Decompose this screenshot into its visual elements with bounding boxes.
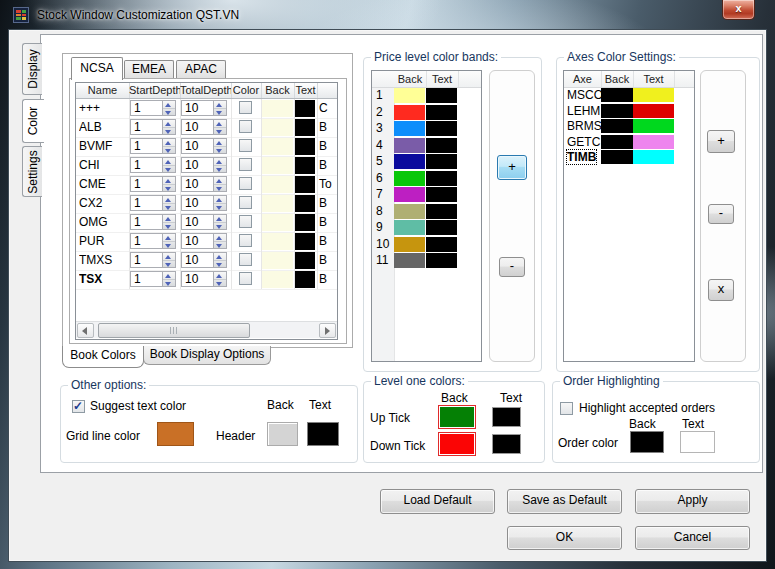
spinner-down-icon[interactable]: [163, 166, 175, 173]
up-tick-back-swatch[interactable]: [438, 405, 476, 429]
row-color-checkbox[interactable]: [239, 158, 252, 171]
axe-name-cell[interactable]: GETC: [567, 135, 600, 149]
row-text-swatch[interactable]: [295, 119, 315, 136]
price-band-back-swatch[interactable]: [394, 121, 425, 136]
table-row[interactable]: CME110To: [76, 175, 337, 195]
spinner-value[interactable]: 1: [131, 139, 162, 153]
price-band-back-swatch[interactable]: [394, 253, 425, 268]
spinner-buttons[interactable]: [162, 215, 175, 229]
price-band-back-swatch[interactable]: [394, 220, 425, 235]
start-depth-spinner[interactable]: 1: [130, 271, 176, 287]
row-back-swatch[interactable]: [262, 176, 293, 193]
spinner-value[interactable]: 10: [182, 253, 213, 267]
row-color-checkbox[interactable]: [239, 120, 252, 133]
table-row[interactable]: PUR110B: [76, 232, 337, 252]
column-header-color[interactable]: Color: [231, 83, 262, 98]
spinner-value[interactable]: 1: [131, 101, 162, 115]
spinner-down-icon[interactable]: [163, 223, 175, 230]
row-text-swatch[interactable]: [295, 214, 315, 231]
ok-button[interactable]: OK: [507, 526, 622, 550]
price-band-text-swatch[interactable]: [426, 138, 457, 153]
spinner-buttons[interactable]: [162, 196, 175, 210]
table-row[interactable]: TMXS110B: [76, 251, 337, 271]
start-depth-spinner[interactable]: 1: [130, 138, 176, 154]
spinner-up-icon[interactable]: [163, 215, 175, 223]
axes-add-button[interactable]: +: [707, 130, 735, 153]
total-depth-spinner[interactable]: 10: [181, 271, 227, 287]
spinner-value[interactable]: 10: [182, 215, 213, 229]
spinner-buttons[interactable]: [162, 253, 175, 267]
spinner-down-icon[interactable]: [214, 109, 226, 116]
spinner-value[interactable]: 1: [131, 196, 162, 210]
row-back-swatch[interactable]: [262, 252, 293, 269]
horizontal-scrollbar[interactable]: [76, 321, 337, 338]
total-depth-spinner[interactable]: 10: [181, 119, 227, 135]
spinner-buttons[interactable]: [213, 139, 226, 153]
table-row[interactable]: CHI110B: [76, 156, 337, 176]
spinner-value[interactable]: 1: [131, 215, 162, 229]
spinner-up-icon[interactable]: [163, 158, 175, 166]
order-back-swatch[interactable]: [630, 431, 664, 453]
spinner-value[interactable]: 1: [131, 253, 162, 267]
spinner-buttons[interactable]: [213, 196, 226, 210]
spinner-buttons[interactable]: [213, 253, 226, 267]
spinner-up-icon[interactable]: [214, 196, 226, 204]
price-band-remove-button[interactable]: -: [499, 257, 525, 277]
row-color-checkbox[interactable]: [239, 215, 252, 228]
column-header-text[interactable]: Text: [294, 83, 318, 98]
row-back-swatch[interactable]: [262, 157, 293, 174]
spinner-up-icon[interactable]: [163, 139, 175, 147]
spinner-up-icon[interactable]: [214, 101, 226, 109]
spinner-buttons[interactable]: [213, 120, 226, 134]
axe-text-swatch[interactable]: [633, 135, 674, 149]
spinner-value[interactable]: 10: [182, 234, 213, 248]
spinner-up-icon[interactable]: [163, 253, 175, 261]
start-depth-spinner[interactable]: 1: [130, 195, 176, 211]
spinner-buttons[interactable]: [162, 101, 175, 115]
row-text-swatch[interactable]: [295, 138, 315, 155]
axes-remove-button[interactable]: -: [708, 204, 734, 224]
close-button[interactable]: x: [722, 0, 755, 20]
spinner-buttons[interactable]: [162, 234, 175, 248]
spinner-up-icon[interactable]: [214, 177, 226, 185]
column-header-name[interactable]: Name: [76, 83, 130, 98]
spinner-value[interactable]: 1: [131, 272, 162, 286]
row-text-swatch[interactable]: [295, 252, 315, 269]
spinner-down-icon[interactable]: [163, 185, 175, 192]
row-back-swatch[interactable]: [262, 195, 293, 212]
spinner-up-icon[interactable]: [214, 139, 226, 147]
spinner-buttons[interactable]: [213, 101, 226, 115]
axe-back-swatch[interactable]: [601, 104, 633, 118]
axe-back-swatch[interactable]: [601, 88, 633, 102]
spinner-value[interactable]: 10: [182, 158, 213, 172]
spinner-up-icon[interactable]: [214, 158, 226, 166]
apply-button[interactable]: Apply: [635, 489, 750, 514]
spinner-value[interactable]: 1: [131, 120, 162, 134]
spinner-down-icon[interactable]: [163, 109, 175, 116]
spinner-up-icon[interactable]: [214, 234, 226, 242]
spinner-up-icon[interactable]: [214, 272, 226, 280]
price-band-back-swatch[interactable]: [394, 237, 425, 252]
spinner-down-icon[interactable]: [163, 242, 175, 249]
spinner-buttons[interactable]: [162, 158, 175, 172]
row-text-swatch[interactable]: [295, 100, 315, 117]
spinner-buttons[interactable]: [162, 139, 175, 153]
table-row[interactable]: TSX110B: [76, 270, 337, 290]
spinner-down-icon[interactable]: [163, 147, 175, 154]
row-back-swatch[interactable]: [262, 100, 293, 117]
table-row[interactable]: CX2110B: [76, 194, 337, 214]
book-colors-table[interactable]: Name StartDepth TotalDepth Color Back Te…: [75, 82, 338, 340]
price-band-text-swatch[interactable]: [426, 171, 457, 186]
spinner-up-icon[interactable]: [214, 215, 226, 223]
tab-region-apac[interactable]: APAC: [176, 60, 226, 79]
column-header-totaldepth[interactable]: TotalDepth: [180, 83, 232, 98]
scrollbar-thumb[interactable]: [98, 323, 250, 338]
table-row[interactable]: ALB110B: [76, 118, 337, 138]
price-band-text-swatch[interactable]: [426, 187, 457, 202]
spinner-down-icon[interactable]: [163, 128, 175, 135]
spinner-up-icon[interactable]: [163, 101, 175, 109]
spinner-value[interactable]: 1: [131, 234, 162, 248]
column-header-back[interactable]: Back: [261, 83, 295, 98]
up-tick-text-swatch[interactable]: [492, 407, 521, 427]
spinner-value[interactable]: 10: [182, 272, 213, 286]
